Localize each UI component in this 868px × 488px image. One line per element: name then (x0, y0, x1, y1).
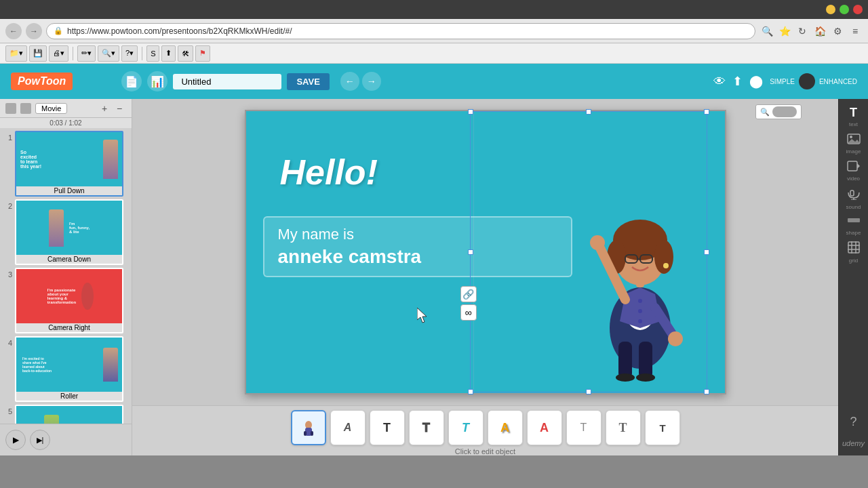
tool-text-3[interactable]: T (448, 410, 484, 445)
header-icon-btn-2[interactable]: 📊 (147, 71, 167, 92)
minimize-btn[interactable] (826, 5, 835, 14)
slide1-text-block: Soexcitedto learnthis year! (20, 150, 41, 169)
header-actions: 📄 📊 SAVE ← → (121, 71, 380, 92)
right-panel-image-btn[interactable]: image (842, 131, 866, 156)
remove-slide-icon[interactable]: − (113, 102, 126, 115)
header-icon-btn-1[interactable]: 📄 (121, 71, 142, 92)
app-logo[interactable]: PowToon (11, 73, 73, 90)
slide-thumb-1[interactable]: Soexcitedto learnthis year! Pull Down (15, 131, 123, 197)
tool-text-4[interactable]: A (488, 410, 523, 445)
tool-letter[interactable]: A (330, 410, 366, 445)
prev-slide-btn[interactable]: ← (340, 72, 359, 91)
animation-link-icon-2[interactable]: ∞ (460, 304, 477, 321)
header-right: 👁 ⬆ ⬤ SIMPLE ENHANCED (713, 73, 857, 89)
edit-btn[interactable]: ✏▾ (77, 45, 96, 62)
zoom-btn[interactable]: 🔍▾ (98, 45, 119, 62)
save-button[interactable]: SAVE (287, 73, 329, 90)
right-panel-video-btn[interactable]: video (842, 159, 866, 183)
export-icon[interactable]: ⬆ (732, 74, 743, 89)
add-slide-icon[interactable]: + (98, 102, 111, 115)
mode-toggle-ball[interactable] (799, 73, 815, 89)
print-btn[interactable]: 🖨▾ (49, 45, 68, 62)
skype-btn[interactable]: S (146, 45, 159, 62)
slide3-icon (81, 283, 94, 310)
slide-thumb-5[interactable]: My backgroundMy background(My background… (15, 405, 123, 424)
slide-thumb-3[interactable]: I'm passionateabout yourlearning &transf… (15, 268, 123, 333)
canvas-hello-text[interactable]: Hello! (280, 152, 378, 192)
handle-tl[interactable] (468, 109, 473, 115)
slide-number-1: 1 (3, 131, 12, 142)
menu-icon[interactable]: ≡ (848, 24, 863, 39)
search-icon[interactable]: 🔍 (760, 24, 774, 39)
animation-link-icon-1[interactable]: 🔗 (460, 286, 477, 302)
tools-btn[interactable]: 🛠 (178, 45, 193, 62)
panel-icon-1[interactable] (5, 103, 16, 114)
file-btn[interactable]: 📁▾ (5, 45, 27, 62)
svg-rect-27 (304, 431, 307, 436)
slide-item-2[interactable]: 2 I'mfun, funny,& lite Camera Down (3, 199, 129, 265)
handle-bl[interactable] (468, 389, 473, 394)
share-icon[interactable]: ⬤ (749, 74, 763, 89)
browser-toolbar: 📁▾ 💾 🖨▾ ✏▾ 🔍▾ ?▾ S ⬆ 🛠 ⚑ (0, 43, 868, 64)
slide-item-5[interactable]: 5 My backgroundMy background(My backgrou… (3, 405, 129, 424)
presentation-title-input[interactable] (173, 74, 281, 89)
tool-text-2[interactable]: T (409, 410, 444, 445)
right-panel-help-btn[interactable]: ? (842, 409, 866, 434)
app-container: PowToon 📄 📊 SAVE ← → 👁 ⬆ ⬤ SIMPLE ENHANC… (0, 64, 868, 455)
settings-icon[interactable]: ⚙ (830, 24, 845, 39)
tool-text-7[interactable]: T (606, 410, 641, 445)
handle-bc[interactable] (586, 389, 591, 394)
grid-tool-icon (848, 241, 860, 256)
canvas-name-box[interactable]: My name is anneke camstra (263, 216, 572, 277)
tool-text-1[interactable]: T (370, 410, 405, 445)
slide-item-4[interactable]: 4 I'm excited toshare what I'velearned a… (3, 336, 129, 402)
help-btn[interactable]: ?▾ (121, 45, 138, 62)
nav-icons: 🔍 ⭐ ↻ 🏠 ⚙ ≡ (760, 24, 863, 39)
slide-canvas[interactable]: Hello! My name is anneke camstra (245, 110, 726, 394)
svg-marker-31 (848, 139, 860, 143)
zoom-pill[interactable] (772, 106, 797, 117)
slide-thumb-4[interactable]: I'm excited toshare what I'velearned abo… (15, 336, 123, 402)
slide-number-4: 4 (3, 336, 12, 347)
right-panel-grid-btn[interactable]: grid (842, 240, 866, 264)
slide2-character (49, 209, 64, 247)
tool-text-5[interactable]: A (527, 410, 562, 445)
save-file-btn[interactable]: 💾 (29, 45, 47, 62)
slide-item-1[interactable]: 1 Soexcitedto learnthis year! Pull Down (3, 131, 129, 197)
right-panel-text-btn[interactable]: T text (842, 104, 866, 129)
close-btn[interactable] (853, 5, 863, 14)
image-tool-icon (847, 134, 861, 147)
flag-btn[interactable]: ⚑ (195, 45, 210, 62)
browser-chrome: ← → 🔒 https://www.powtoon.com/presentoon… (0, 0, 868, 64)
tool-text-6[interactable]: T (566, 410, 601, 445)
play-button[interactable]: ▶ (5, 430, 26, 450)
enhanced-mode-label: ENHANCED (819, 78, 857, 85)
panel-icon-2[interactable] (20, 103, 31, 114)
refresh-icon[interactable]: ↻ (795, 24, 810, 39)
slide5-character (44, 415, 59, 424)
svg-point-22 (638, 309, 642, 313)
tool-text-8[interactable]: T (645, 410, 680, 445)
slide-item-3[interactable]: 3 I'm passionateabout yourlearning &tran… (3, 268, 129, 333)
maximize-btn[interactable] (840, 5, 849, 14)
slide-thumb-img-1: Soexcitedto learnthis year! (16, 132, 122, 186)
preview-icon[interactable]: 👁 (713, 75, 726, 89)
share-btn[interactable]: ⬆ (161, 45, 176, 62)
slide-type-movie-btn[interactable]: Movie (35, 103, 67, 114)
bookmark-icon[interactable]: ⭐ (777, 24, 792, 39)
handle-br[interactable] (704, 389, 709, 394)
address-bar[interactable]: 🔒 https://www.powtoon.com/presentoons/b2… (46, 23, 755, 39)
slide4-text: I'm excited toshare what I'velearned abo… (20, 354, 103, 375)
svg-rect-1 (618, 342, 632, 379)
step-button[interactable]: ▶| (30, 430, 50, 450)
next-slide-btn[interactable]: → (362, 72, 381, 91)
slide-thumb-2[interactable]: I'mfun, funny,& lite Camera Down (15, 199, 123, 265)
tool-character[interactable] (291, 410, 326, 445)
right-panel-sound-btn[interactable]: sound (842, 186, 866, 210)
app-header: PowToon 📄 📊 SAVE ← → 👁 ⬆ ⬤ SIMPLE ENHANC… (0, 64, 868, 99)
right-panel-shape-btn[interactable]: shape (842, 213, 866, 237)
home-icon[interactable]: 🏠 (812, 24, 827, 39)
sound-tool-icon (848, 186, 860, 203)
back-button[interactable]: ← (5, 23, 22, 39)
forward-button[interactable]: → (26, 23, 42, 39)
